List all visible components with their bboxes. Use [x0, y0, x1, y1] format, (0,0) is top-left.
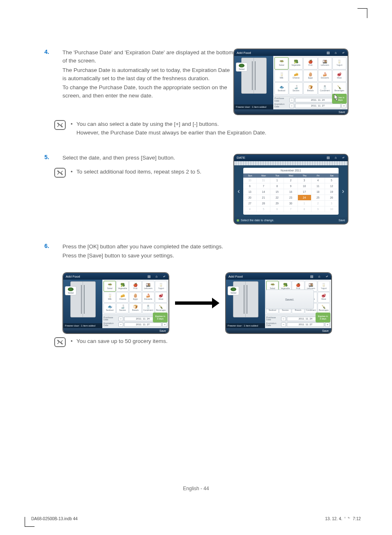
category-condiment[interactable]: 🧂Condiment — [142, 303, 154, 314]
minus-button[interactable]: − — [281, 317, 286, 321]
category-breads[interactable]: 🍞Breads — [303, 82, 317, 95]
calendar-day[interactable]: 13 — [243, 189, 257, 195]
calendar-day[interactable]: 8 — [298, 206, 311, 212]
category-salad[interactable]: 🥗Salad — [104, 281, 116, 292]
minus-button[interactable]: − — [118, 322, 123, 327]
category-leftovers[interactable]: 🍱Leftovers — [142, 281, 154, 292]
category-seafood[interactable]: 🐟Seafood — [104, 303, 116, 314]
category-salad[interactable]: 🥗Salad — [274, 57, 288, 69]
calendar-day[interactable]: 11 — [311, 183, 325, 189]
calendar-day[interactable]: 22 — [270, 195, 284, 201]
expiration-date-label: Expiration Date — [266, 322, 281, 327]
calendar-day[interactable]: 7 — [284, 206, 297, 212]
calendar-day[interactable]: 3 — [325, 201, 339, 206]
calendar-day[interactable]: 18 — [311, 189, 325, 195]
category-sauces[interactable]: 🍶Sauces — [116, 303, 129, 314]
calendar-day[interactable]: 8 — [270, 183, 284, 189]
category-yogurt[interactable]: 🥛Yogurt — [318, 281, 330, 292]
category-milk[interactable]: 🥛Milk — [104, 292, 116, 303]
calendar-day[interactable]: 9 — [311, 206, 325, 212]
calendar-day[interactable]: 30 — [243, 178, 257, 183]
calendar-day[interactable]: 1 — [298, 201, 311, 206]
expiration-date-value[interactable]: 2011. 11. 27 — [295, 104, 341, 108]
memo-icon: ▤ — [147, 275, 151, 278]
category-beverages[interactable]: 🍾Beverages — [155, 303, 167, 314]
category-eggs[interactable]: 🥚Eggs — [303, 70, 317, 82]
prev-month-button[interactable]: ‹ — [234, 165, 243, 217]
expiration-date-value[interactable]: 2011. 11. 27 — [124, 322, 161, 327]
calendar-day[interactable]: 5 — [325, 178, 339, 183]
calendar-day[interactable]: 25 — [311, 195, 325, 201]
category-meat[interactable]: 🥩Meat — [332, 70, 346, 82]
calendar-day[interactable]: 14 — [257, 189, 270, 195]
bullet: • — [71, 120, 76, 137]
plus-button[interactable]: + — [162, 322, 167, 327]
calendar-day[interactable]: 31 — [257, 178, 270, 183]
category-yogurt[interactable]: 🥛Yogurt — [332, 57, 346, 69]
category-desserts[interactable]: 🍰Desserts — [318, 70, 332, 82]
category-cheese[interactable]: 🧀Cheese — [116, 292, 129, 303]
save-button[interactable]: Save — [339, 111, 345, 113]
category-fruit[interactable]: 🍎Fruit — [129, 281, 141, 292]
calendar-day[interactable]: 21 — [257, 195, 270, 201]
back-icon: ⤶ — [341, 156, 345, 160]
calendar-day[interactable]: 30 — [284, 201, 297, 206]
addfood-title: Add Food — [237, 51, 251, 55]
plus-button[interactable]: + — [341, 104, 346, 108]
minus-button[interactable]: − — [281, 322, 286, 327]
minus-button[interactable]: − — [118, 317, 123, 321]
calendar-day[interactable]: 2 — [284, 178, 297, 183]
calendar-day[interactable]: 2 — [311, 201, 325, 206]
next-month-button[interactable]: › — [339, 165, 348, 217]
category-vegetable[interactable]: 🥦Vegetable — [289, 57, 303, 69]
note-line2: However, the Purchase Date must always b… — [76, 129, 266, 137]
category-seafood[interactable]: 🐟Seafood — [274, 82, 288, 95]
calendar-day[interactable]: 17 — [298, 189, 311, 195]
calendar-day[interactable]: 19 — [325, 189, 339, 195]
calendar-day[interactable]: 27 — [243, 201, 257, 206]
category-fruit[interactable]: 🍎Fruit — [303, 57, 317, 69]
category-condiment[interactable]: 🧂Condiment — [318, 82, 332, 95]
calendar-day[interactable]: 29 — [270, 201, 284, 206]
calendar-day[interactable]: 10 — [298, 183, 311, 189]
category-meat[interactable]: 🥩Meat — [318, 292, 330, 303]
calendar-day[interactable]: 6 — [270, 206, 284, 212]
calendar-day[interactable]: 23 — [284, 195, 297, 201]
category-cheese[interactable]: 🧀Cheese — [289, 70, 303, 82]
calendar-day[interactable]: 1 — [270, 178, 284, 183]
calendar-day[interactable]: 6 — [243, 183, 257, 189]
calendar-day[interactable]: 4 — [243, 206, 257, 212]
save-button[interactable]: Save — [339, 219, 345, 222]
calendar-day[interactable]: 26 — [325, 195, 339, 201]
plus-button[interactable]: + — [325, 322, 330, 327]
calendar-day[interactable]: 9 — [284, 183, 297, 189]
category-desserts[interactable]: 🍰Desserts — [142, 292, 154, 303]
calendar-day[interactable]: 10 — [325, 206, 339, 212]
category-vegetable[interactable]: 🥦Vegetable — [116, 281, 129, 292]
category-meat[interactable]: 🥩Meat — [155, 292, 167, 303]
minus-button[interactable]: − — [289, 98, 294, 102]
calendar-day[interactable]: 24 — [298, 195, 311, 201]
calendar-day[interactable]: 20 — [243, 195, 257, 201]
save-button[interactable]: Save — [322, 329, 329, 332]
category-beverages[interactable]: 🍾Beverages — [332, 82, 346, 95]
expiration-date-value[interactable]: 2011. 11. 27 — [287, 322, 324, 327]
category-leftovers[interactable]: 🍱Leftovers — [318, 57, 332, 69]
calendar-day[interactable]: 28 — [257, 201, 270, 206]
note-line1: You can also select a date by using the … — [76, 120, 266, 129]
category-breads[interactable]: 🍞Breads — [129, 303, 141, 314]
category-sauces[interactable]: 🍶Sauces — [289, 82, 303, 95]
calendar-day[interactable]: 3 — [298, 178, 311, 183]
calendar-day[interactable]: 12 — [325, 183, 339, 189]
calendar-day[interactable]: 7 — [257, 183, 270, 189]
calendar-day[interactable]: 5 — [257, 206, 270, 212]
calendar-day[interactable]: 4 — [311, 178, 325, 183]
minus-button[interactable]: − — [289, 104, 294, 108]
category-milk[interactable]: 🥛Milk — [274, 70, 288, 82]
category-yogurt[interactable]: 🥛Yogurt — [155, 281, 167, 292]
category-beverages[interactable]: 🍾Beverages — [318, 303, 330, 314]
calendar-day[interactable]: 15 — [270, 189, 284, 195]
category-eggs[interactable]: 🥚Eggs — [129, 292, 141, 303]
calendar-day[interactable]: 16 — [284, 189, 297, 195]
save-button[interactable]: Save — [159, 329, 166, 332]
